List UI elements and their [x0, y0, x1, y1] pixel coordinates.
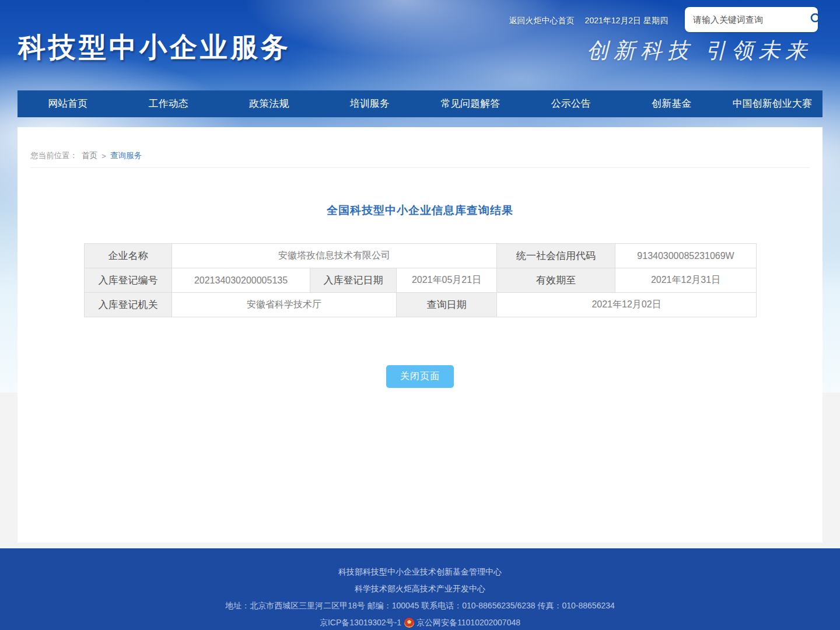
result-title: 全国科技型中小企业信息库查询结果: [18, 203, 822, 218]
top-utility-bar: 返回火炬中心首页 2021年12月2日 星期四: [509, 16, 668, 26]
nav-item-innovation-fund[interactable]: 创新基金: [621, 90, 722, 117]
cell-valid-until-label: 有效期至: [497, 268, 615, 293]
cell-reg-date-label: 入库登记日期: [310, 268, 397, 293]
footer-line-registration: 京ICP备13019302号-1 京公网安备11010202007048: [0, 614, 840, 630]
table-row: 入库登记机关 安徽省科学技术厅 查询日期 2021年12月02日: [85, 293, 757, 317]
search-button[interactable]: [809, 11, 823, 29]
police-badge-icon: [404, 618, 414, 628]
nav-item-work-news[interactable]: 工作动态: [118, 90, 219, 117]
current-date-text: 2021年12月2日 星期四: [585, 16, 668, 26]
cell-reg-date-value: 2021年05月21日: [397, 268, 497, 293]
breadcrumb-home-link[interactable]: 首页: [82, 150, 97, 161]
nav-item-policies[interactable]: 政策法规: [219, 90, 320, 117]
nav-item-home[interactable]: 网站首页: [18, 90, 118, 117]
table-row: 入库登记编号 202134030200005135 入库登记日期 2021年05…: [85, 268, 757, 293]
cell-reg-number-value: 202134030200005135: [172, 268, 310, 293]
search-input[interactable]: [693, 15, 809, 24]
nav-item-innovation-contest[interactable]: 中国创新创业大赛: [722, 90, 823, 117]
nav-item-training[interactable]: 培训服务: [320, 90, 421, 117]
footer-line-address: 地址：北京市西城区三里河二区甲18号 邮编：100045 联系电话：010-88…: [0, 597, 840, 614]
cell-valid-until-value: 2021年12月31日: [615, 268, 757, 293]
site-logo: 科技型中小企业服务: [18, 29, 291, 66]
cell-reg-number-label: 入库登记编号: [85, 268, 172, 293]
cell-reg-authority-value: 安徽省科学技术厅: [172, 293, 397, 317]
cell-company-name-value: 安徽塔孜信息技术有限公司: [172, 244, 497, 268]
close-page-button[interactable]: 关闭页面: [386, 365, 454, 388]
icp-license-link[interactable]: 京ICP备13019302号-1: [320, 614, 401, 630]
site-slogan: 创新科技 引领未来: [587, 36, 812, 65]
search-box: [685, 7, 818, 32]
content-panel: 您当前位置： 首页 > 查询服务 全国科技型中小企业信息库查询结果 企业名称 安…: [18, 127, 822, 542]
return-torch-home-link[interactable]: 返回火炬中心首页: [509, 16, 575, 26]
search-icon: [809, 12, 823, 27]
breadcrumb-current-link[interactable]: 查询服务: [110, 150, 142, 161]
table-row: 企业名称 安徽塔孜信息技术有限公司 统一社会信用代码 9134030008523…: [85, 244, 757, 268]
nav-item-faq[interactable]: 常见问题解答: [420, 90, 521, 117]
breadcrumb-separator: >: [102, 152, 106, 160]
cell-reg-authority-label: 入库登记机关: [85, 293, 172, 317]
cell-query-date-value: 2021年12月02日: [497, 293, 757, 317]
cell-credit-code-value: 91340300085231069W: [615, 244, 757, 268]
page: 返回火炬中心首页 2021年12月2日 星期四 科技型中小企业服务 创新科技 引…: [0, 0, 840, 630]
cell-credit-code-label: 统一社会信用代码: [497, 244, 615, 268]
cell-query-date-label: 查询日期: [397, 293, 497, 317]
main-navigation: 网站首页 工作动态 政策法规 培训服务 常见问题解答 公示公告 创新基金 中国创…: [18, 90, 822, 117]
result-table: 企业名称 安徽塔孜信息技术有限公司 统一社会信用代码 9134030008523…: [84, 243, 757, 317]
police-registration-link[interactable]: 京公网安备11010202007048: [404, 614, 520, 630]
police-registration-text: 京公网安备11010202007048: [416, 614, 520, 630]
breadcrumb-prefix: 您当前位置：: [30, 150, 78, 161]
footer-line-torch-center: 科学技术部火炬高技术产业开发中心: [0, 580, 840, 597]
breadcrumb: 您当前位置： 首页 > 查询服务: [30, 150, 142, 161]
footer-line-management-center: 科技部科技型中小企业技术创新基金管理中心: [0, 564, 840, 580]
cell-company-name-label: 企业名称: [85, 244, 172, 268]
footer: 科技部科技型中小企业技术创新基金管理中心 科学技术部火炬高技术产业开发中心 地址…: [0, 548, 840, 630]
nav-item-announcements[interactable]: 公示公告: [521, 90, 622, 117]
breadcrumb-divider: [30, 167, 810, 168]
